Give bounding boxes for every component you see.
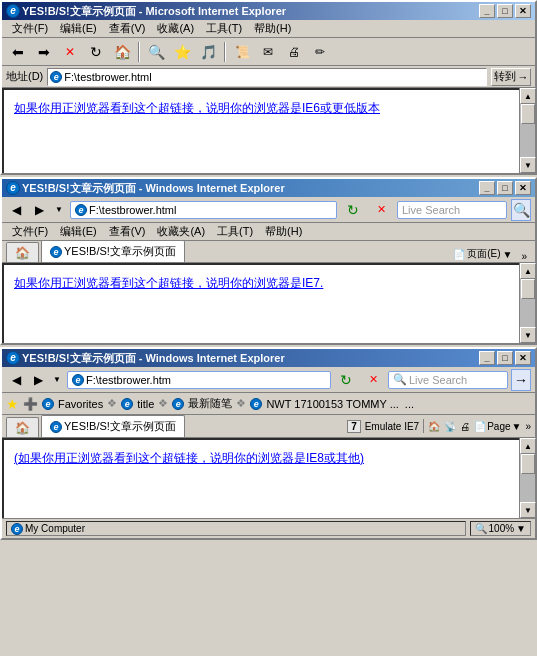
ie7-search-input[interactable]: Live Search (397, 201, 507, 219)
ie6-close-btn[interactable]: ✕ (515, 4, 531, 18)
fav-favorites-label: Favorites (58, 398, 103, 410)
ie8-maximize-btn[interactable]: □ (497, 351, 513, 365)
menu-edit[interactable]: 编辑(E) (54, 20, 103, 37)
ie8-url-input[interactable]: e F:\testbrower.htm (67, 371, 331, 389)
ie7-scroll-up[interactable]: ▲ (520, 263, 536, 279)
ie6-url-input[interactable]: e F:\testbrower.html (47, 68, 487, 86)
scroll-up-btn[interactable]: ▲ (520, 88, 536, 104)
ie7-tab-label: YES!B/S!文章示例页面 (64, 244, 176, 259)
menu-view[interactable]: 查看(V) (103, 20, 152, 37)
ie7-refresh-btn[interactable]: ↻ (341, 199, 365, 221)
ie7-close-btn[interactable]: ✕ (515, 181, 531, 195)
ie7-window: e YES!B/S!文章示例页面 - Windows Internet Expl… (0, 177, 537, 345)
ie6-content-row: 如果你用正浏览器看到这个超链接，说明你的浏览器是IE6或更低版本 ▲ ▼ (2, 88, 535, 173)
ie7-search-btn[interactable]: 🔍 (511, 199, 531, 221)
ie8-window-controls[interactable]: _ □ ✕ (479, 351, 531, 365)
ie6-minimize-btn[interactable]: _ (479, 4, 495, 18)
ie8-rss-btn[interactable]: 📡 (444, 421, 456, 432)
scroll-thumb[interactable] (521, 104, 535, 124)
media-btn[interactable]: 🎵 (196, 41, 220, 63)
ie8-zoom-btn[interactable]: 🔍 100% ▼ (470, 521, 531, 536)
fav-essay[interactable]: e 最新随笔 (172, 396, 232, 411)
ie7-minimize-btn[interactable]: _ (479, 181, 495, 195)
ie8-page-btn[interactable]: 📄 Page ▼ (474, 421, 521, 432)
ie7-scroll-down[interactable]: ▼ (520, 327, 536, 343)
ie8-scroll-down[interactable]: ▼ (520, 502, 536, 518)
search-btn[interactable]: 🔍 (144, 41, 168, 63)
ie8-scroll-up[interactable]: ▲ (520, 438, 536, 454)
ie7-menu-view[interactable]: 查看(V) (103, 223, 152, 240)
ie7-tab-home[interactable]: 🏠 (6, 242, 39, 262)
ie7-url-input[interactable]: e F:\testbrower.html (70, 201, 337, 219)
menu-tools[interactable]: 工具(T) (200, 20, 248, 37)
fav-nwt[interactable]: e NWT 17100153 TOMMY ... (250, 398, 398, 410)
ie7-page-menu-btn[interactable]: 📄 页面(E) ▼ (448, 246, 517, 262)
ie8-close-btn[interactable]: ✕ (515, 351, 531, 365)
ie7-menu-help[interactable]: 帮助(H) (259, 223, 308, 240)
ie8-back-btn[interactable]: ◀ (6, 370, 26, 390)
ie8-print-btn[interactable]: 🖨 (460, 421, 470, 432)
ie8-refresh-btn[interactable]: ↻ (334, 369, 358, 391)
ie8-home-btn[interactable]: 🏠 (428, 421, 440, 432)
history-btn[interactable]: 📜 (230, 41, 254, 63)
ie8-tabs-emulate-row: 🏠 e YES!B/S!文章示例页面 7 Emulate IE7 🏠 📡 🖨 📄… (2, 415, 535, 438)
ie8-toolbar-sep (423, 419, 424, 433)
ie7-window-controls[interactable]: _ □ ✕ (479, 181, 531, 195)
ie7-link[interactable]: 如果你用正浏览器看到这个超链接，说明你的浏览器是IE7. (14, 276, 323, 290)
ie8-status-text: My Computer (25, 523, 85, 534)
go-arrow-icon: → (518, 71, 529, 83)
ie8-dropdown-btn[interactable]: ▼ (50, 370, 64, 390)
ie7-menu-file[interactable]: 文件(F) (6, 223, 54, 240)
ie6-window-controls[interactable]: _ □ ✕ (479, 4, 531, 18)
refresh-btn[interactable]: ↻ (84, 41, 108, 63)
ie7-scrollbar[interactable]: ▲ ▼ (519, 263, 535, 343)
fav-title[interactable]: e title (121, 398, 154, 410)
fav-more-btn[interactable]: ... (405, 398, 414, 410)
ie7-forward-btn[interactable]: ▶ (30, 200, 48, 220)
back-btn[interactable]: ⬅ (6, 41, 30, 63)
ie7-stop-btn[interactable]: ✕ (369, 199, 393, 221)
favorites-btn[interactable]: ⭐ (170, 41, 194, 63)
ie8-tab-main[interactable]: e YES!B/S!文章示例页面 (41, 415, 185, 437)
menu-help[interactable]: 帮助(H) (248, 20, 297, 37)
fav-favorites[interactable]: e Favorites (42, 398, 103, 410)
forward-btn[interactable]: ➡ (32, 41, 56, 63)
edit-btn[interactable]: ✏ (308, 41, 332, 63)
menu-file[interactable]: 文件(F) (6, 20, 54, 37)
ie6-go-btn[interactable]: 转到 → (491, 68, 531, 86)
stop-btn[interactable]: ✕ (58, 41, 82, 63)
ie7-menu-tools[interactable]: 工具(T) (211, 223, 259, 240)
ie8-tab-home[interactable]: 🏠 (6, 417, 39, 437)
ie7-more-btn[interactable]: » (517, 251, 531, 262)
ie7-menu-edit[interactable]: 编辑(E) (54, 223, 103, 240)
fav-e-icon: e (42, 398, 54, 410)
ie7-page-content: 如果你用正浏览器看到这个超链接，说明你的浏览器是IE7. (2, 263, 519, 343)
ie8-emulate-label[interactable]: Emulate IE7 (365, 421, 419, 432)
fav-nwt-label: NWT 17100153 TOMMY ... (266, 398, 398, 410)
ie8-more2-btn[interactable]: » (525, 421, 531, 432)
ie6-link[interactable]: 如果你用正浏览器看到这个超链接，说明你的浏览器是IE6或更低版本 (14, 101, 380, 115)
scroll-down-btn[interactable]: ▼ (520, 157, 536, 173)
ie8-search-input[interactable]: 🔍 Live Search (388, 371, 508, 389)
ie8-minimize-btn[interactable]: _ (479, 351, 495, 365)
ie7-back-btn[interactable]: ◀ (6, 200, 26, 220)
ie7-menu-favorites[interactable]: 收藏夹(A) (151, 223, 211, 240)
ie8-scroll-thumb[interactable] (521, 454, 535, 474)
ie6-maximize-btn[interactable]: □ (497, 4, 513, 18)
ie8-link[interactable]: (如果你用正浏览器看到这个超链接，说明你的浏览器是IE8或其他) (14, 451, 364, 465)
ie8-scrollbar[interactable]: ▲ ▼ (519, 438, 535, 518)
ie7-maximize-btn[interactable]: □ (497, 181, 513, 195)
ie8-title-text: YES!B/S!文章示例页面 - Windows Internet Explor… (22, 351, 479, 366)
print-btn[interactable]: 🖨 (282, 41, 306, 63)
menu-favorites[interactable]: 收藏(A) (151, 20, 200, 37)
ie7-dropdown-btn[interactable]: ▼ (52, 200, 66, 220)
ie6-page-content: 如果你用正浏览器看到这个超链接，说明你的浏览器是IE6或更低版本 (2, 88, 519, 173)
ie6-scrollbar[interactable]: ▲ ▼ (519, 88, 535, 173)
ie8-forward-btn[interactable]: ▶ (29, 370, 47, 390)
ie8-search-go-btn[interactable]: → (511, 369, 531, 391)
ie7-scroll-thumb[interactable] (521, 279, 535, 299)
ie7-tab-main[interactable]: e YES!B/S!文章示例页面 (41, 240, 185, 262)
mail-btn[interactable]: ✉ (256, 41, 280, 63)
ie8-stop-btn[interactable]: ✕ (361, 369, 385, 391)
home-btn[interactable]: 🏠 (110, 41, 134, 63)
